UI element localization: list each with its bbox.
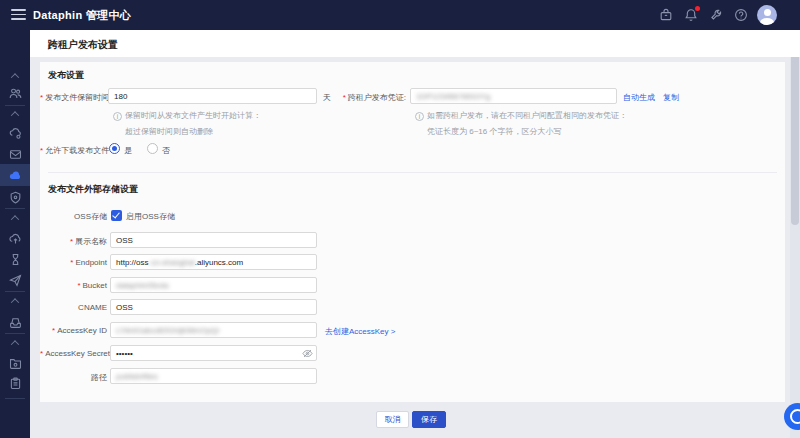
- page-titlebar: 跨租户发布设置: [30, 30, 800, 57]
- section-title-storage: 发布文件外部存储设置: [48, 183, 138, 196]
- scrollbar-track[interactable]: [790, 30, 800, 438]
- help-icon[interactable]: [734, 8, 748, 22]
- auto-generate-link[interactable]: 自动生成: [623, 92, 655, 103]
- copy-link[interactable]: 复制: [663, 92, 679, 103]
- retention-hint-2: 超过保留时间则自动删除: [125, 126, 213, 137]
- sidebar-item-mail[interactable]: [0, 143, 30, 165]
- user-avatar[interactable]: [757, 5, 777, 25]
- allow-download-label: *允许下载发布文件: [40, 145, 106, 156]
- left-sidebar: [0, 30, 30, 438]
- scrollbar-thumb[interactable]: [791, 33, 799, 225]
- credential-hint-2: 凭证长度为 6~16 个字符，区分大小写: [427, 126, 561, 137]
- sidebar-item-shield[interactable]: [0, 186, 30, 208]
- cname-input[interactable]: [110, 299, 317, 315]
- radio-no[interactable]: [147, 143, 158, 154]
- oss-storage-label: OSS存储: [40, 211, 107, 222]
- cname-label: CNAME: [40, 303, 107, 312]
- sidebar-item-hourglass[interactable]: [0, 248, 30, 270]
- section-title-publish: 发布设置: [48, 69, 84, 82]
- sidebar-item-clipboard[interactable]: [0, 372, 30, 394]
- info-icon: i: [113, 112, 122, 121]
- page-title: 跨租户发布设置: [48, 38, 118, 52]
- cancel-button[interactable]: 取消: [376, 411, 409, 428]
- menu-toggle-icon[interactable]: [11, 9, 26, 20]
- sidebar-item-send[interactable]: [0, 269, 30, 291]
- path-input[interactable]: publish/files: [110, 368, 317, 384]
- accesskey-secret-input[interactable]: [110, 345, 317, 361]
- notification-badge: [695, 6, 700, 11]
- sidebar-collapse-group-5[interactable]: [0, 332, 30, 354]
- radio-yes-label[interactable]: 是: [124, 145, 132, 156]
- settings-card: 发布设置 *发布文件保留时间: 天 i保留时间从发布文件产生时开始计算： 超过保…: [40, 62, 785, 402]
- sidebar-item-cloud-config[interactable]: [0, 122, 30, 144]
- accesskey-id-input[interactable]: LTAI4GabcdEfGhIjKlMnOpQr: [110, 322, 317, 338]
- retention-unit: 天: [323, 92, 331, 103]
- oss-enable-label[interactable]: 启用OSS存储: [126, 211, 175, 222]
- credential-label: *跨租户发布凭证:: [340, 92, 406, 103]
- wrench-icon[interactable]: [709, 8, 723, 22]
- retention-label: *发布文件保留时间:: [40, 92, 106, 103]
- save-button[interactable]: 保存: [412, 411, 446, 428]
- create-accesskey-link[interactable]: 去创建AccessKey >: [325, 326, 395, 337]
- oss-enable-checkbox[interactable]: [111, 210, 122, 221]
- display-name-input[interactable]: [110, 232, 317, 248]
- avatar-head: [764, 9, 771, 16]
- sidebar-item-cloud-upload[interactable]: [0, 227, 30, 249]
- bucket-input[interactable]: dataphin05vda: [110, 277, 317, 293]
- app-title: Dataphin 管理中心: [33, 8, 131, 23]
- sidebar-item-users[interactable]: [0, 82, 30, 104]
- bucket-label: *Bucket: [40, 281, 107, 290]
- sidebar-item-publish-active[interactable]: [0, 164, 30, 186]
- section-divider: [48, 172, 777, 173]
- workbench-icon[interactable]: [659, 8, 673, 22]
- eye-invisible-icon[interactable]: [302, 348, 313, 359]
- sidebar-item-folder[interactable]: [0, 352, 30, 374]
- top-header: Dataphin 管理中心: [0, 0, 800, 30]
- display-name-label: *展示名称: [40, 236, 107, 247]
- sidebar-collapse-group-3[interactable]: [0, 207, 30, 229]
- bell-icon[interactable]: [684, 8, 698, 22]
- floating-help-button[interactable]: [784, 403, 800, 430]
- retention-input[interactable]: [108, 88, 317, 104]
- sidebar-item-inbox[interactable]: [0, 311, 30, 333]
- credential-hint-1: i如需跨租户发布，请在不同租户间配置相同的发布凭证：: [415, 110, 627, 121]
- retention-hint-1: i保留时间从发布文件产生时开始计算：: [113, 110, 261, 121]
- sidebar-collapse-group-4[interactable]: [0, 290, 30, 312]
- info-icon: i: [415, 112, 424, 121]
- endpoint-label: *Endpoint: [40, 258, 107, 267]
- accesskey-id-label: *AccessKey ID: [40, 326, 107, 335]
- credential-input[interactable]: 1DP12345678910Yg: [410, 88, 617, 104]
- accesskey-secret-label: *AccessKey Secret: [40, 349, 107, 358]
- avatar-body: [760, 18, 774, 26]
- endpoint-input[interactable]: http://oss-cn-shanghai.aliyuncs.com: [110, 254, 317, 270]
- path-label: 路径: [40, 372, 107, 383]
- radio-yes[interactable]: [109, 143, 120, 154]
- radio-no-label[interactable]: 否: [162, 145, 170, 156]
